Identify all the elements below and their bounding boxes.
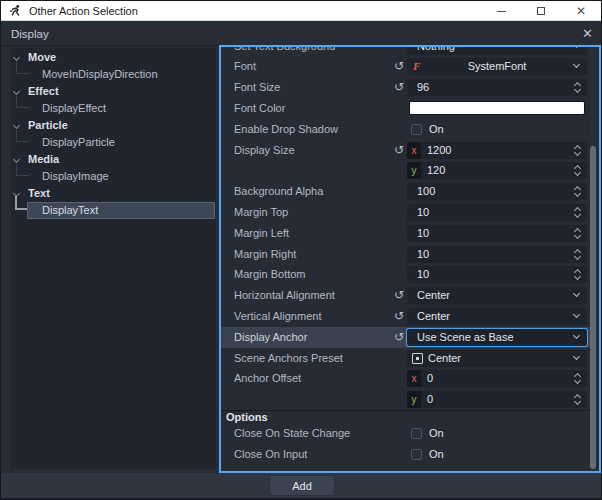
tree-item-label: MoveInDisplayDirection <box>42 66 158 83</box>
display-size-x-spinbox[interactable]: x 1200 <box>407 142 587 159</box>
property-label: Set Text Background <box>234 45 335 56</box>
app-window: Other Action Selection ✕ Display ✕ Move … <box>0 0 602 500</box>
tree-group-effect[interactable]: Effect <box>11 83 216 100</box>
close-on-state-change-checkbox[interactable] <box>411 428 422 439</box>
property-label: Enable Drop Shadow <box>234 119 338 140</box>
background-alpha-spinbox[interactable]: 100 <box>407 183 587 200</box>
row-enable-drop-shadow: Enable Drop Shadow On <box>221 119 593 140</box>
runner-icon <box>9 4 22 17</box>
field-value: SystemFont <box>407 58 587 75</box>
row-margin-bottom: Margin Bottom 10 <box>221 264 593 285</box>
spinner-updown-icon[interactable] <box>574 83 582 92</box>
dialog-content: Display ✕ Move MoveInDisplayDirection Ef… <box>1 22 601 500</box>
spinner-updown-icon[interactable] <box>574 187 582 196</box>
section-title: Options <box>226 411 268 423</box>
property-label: Font <box>234 56 256 77</box>
tree-group-particle[interactable]: Particle <box>11 117 216 134</box>
revert-icon[interactable]: ↺ <box>392 306 406 327</box>
footer-bar: Add <box>1 473 601 500</box>
property-label: Display Size <box>234 140 295 161</box>
margin-right-spinbox[interactable]: 10 <box>407 246 587 263</box>
field-value: Center <box>417 287 450 304</box>
revert-icon[interactable]: ↺ <box>392 140 406 161</box>
spinner-updown-icon[interactable] <box>574 166 582 175</box>
font-resource-picker[interactable]: F SystemFont <box>407 58 587 75</box>
field-value: Use Scene as Base <box>417 329 514 346</box>
row-anchor-offset-y: y 0 <box>221 389 593 410</box>
field-value: Center <box>417 308 450 325</box>
anchor-offset-y-spinbox[interactable]: y 0 <box>407 391 587 408</box>
property-label: Margin Right <box>234 244 296 265</box>
property-label: Close On State Change <box>234 423 350 444</box>
tree-group-media[interactable]: Media <box>11 151 216 168</box>
revert-icon[interactable]: ↺ <box>392 285 406 306</box>
anchor-offset-x-spinbox[interactable]: x 0 <box>407 370 587 387</box>
dialog-title: Display <box>11 22 49 46</box>
tree-group-label: Text <box>28 185 50 202</box>
tree-group-text[interactable]: Text <box>11 185 216 202</box>
set-text-background-dropdown[interactable]: Nothing <box>407 45 587 55</box>
tree-item-label: DisplayImage <box>42 168 109 185</box>
spinner-updown-icon[interactable] <box>574 229 582 238</box>
row-vertical-alignment: Vertical Alignment ↺ Center <box>221 306 593 327</box>
close-window-button[interactable]: ✕ <box>561 1 601 21</box>
scrollbar-thumb[interactable] <box>590 146 596 469</box>
scene-anchors-preset-dropdown[interactable]: Center <box>407 350 587 367</box>
close-on-input-checkbox[interactable] <box>411 449 422 460</box>
field-value: 10 <box>417 225 429 242</box>
chevron-down-icon <box>573 332 580 339</box>
chevron-down-icon <box>13 54 20 61</box>
property-label: Display Anchor <box>234 327 307 348</box>
horizontal-alignment-dropdown[interactable]: Center <box>407 287 587 304</box>
row-margin-right: Margin Right 10 <box>221 244 593 265</box>
maximize-button[interactable] <box>521 1 561 21</box>
font-size-spinbox[interactable]: 96 <box>407 79 587 96</box>
tree-group-move[interactable]: Move <box>11 49 216 66</box>
property-label: Font Size <box>234 77 280 98</box>
chevron-down-icon <box>573 353 580 360</box>
tree-item-moveindisplaydirection[interactable]: MoveInDisplayDirection <box>11 66 216 83</box>
row-set-text-background: Set Text Background Nothing <box>221 45 593 56</box>
add-button[interactable]: Add <box>269 475 335 496</box>
field-value: 96 <box>417 79 429 96</box>
tree-item-displaytext-selected[interactable]: DisplayText <box>11 202 216 219</box>
row-margin-top: Margin Top 10 <box>221 202 593 223</box>
axis-y-badge: y <box>407 162 421 179</box>
font-color-swatch[interactable] <box>409 101 585 115</box>
tree-item-displayeffect[interactable]: DisplayEffect <box>11 100 216 117</box>
revert-icon[interactable]: ↺ <box>392 56 406 77</box>
display-anchor-dropdown[interactable]: Use Scene as Base <box>407 329 587 346</box>
margin-left-spinbox[interactable]: 10 <box>407 225 587 242</box>
vertical-alignment-dropdown[interactable]: Center <box>407 308 587 325</box>
field-value: 10 <box>417 246 429 263</box>
titlebar: Other Action Selection ✕ <box>1 1 601 21</box>
margin-bottom-spinbox[interactable]: 10 <box>407 266 587 283</box>
property-label: Font Color <box>234 98 285 119</box>
chevron-down-icon <box>573 45 580 48</box>
field-value: 1200 <box>427 142 451 159</box>
row-display-size-x: Display Size ↺ x 1200 <box>221 140 593 161</box>
margin-top-spinbox[interactable]: 10 <box>407 204 587 221</box>
display-size-y-spinbox[interactable]: y 120 <box>407 162 587 179</box>
spinner-updown-icon[interactable] <box>574 270 582 279</box>
chevron-down-icon <box>573 311 580 318</box>
property-label: Close On Input <box>234 444 307 465</box>
tree-item-label: DisplayText <box>42 202 98 219</box>
spinner-updown-icon[interactable] <box>574 146 582 155</box>
spinner-updown-icon[interactable] <box>574 374 582 383</box>
row-close-on-state-change: Close On State Change On <box>221 423 593 444</box>
drop-shadow-checkbox[interactable] <box>411 124 422 135</box>
property-label: Vertical Alignment <box>234 306 321 327</box>
revert-icon[interactable]: ↺ <box>392 327 406 348</box>
tree-item-displayparticle[interactable]: DisplayParticle <box>11 134 216 151</box>
window-title: Other Action Selection <box>29 5 138 17</box>
revert-icon[interactable]: ↺ <box>392 77 406 98</box>
minimize-button[interactable] <box>481 1 521 21</box>
axis-x-badge: x <box>407 370 421 387</box>
property-label: Horizontal Alignment <box>234 285 335 306</box>
close-dialog-icon[interactable]: ✕ <box>582 22 593 46</box>
spinner-updown-icon[interactable] <box>574 250 582 259</box>
tree-item-displayimage[interactable]: DisplayImage <box>11 168 216 185</box>
spinner-updown-icon[interactable] <box>574 208 582 217</box>
spinner-updown-icon[interactable] <box>574 395 582 404</box>
